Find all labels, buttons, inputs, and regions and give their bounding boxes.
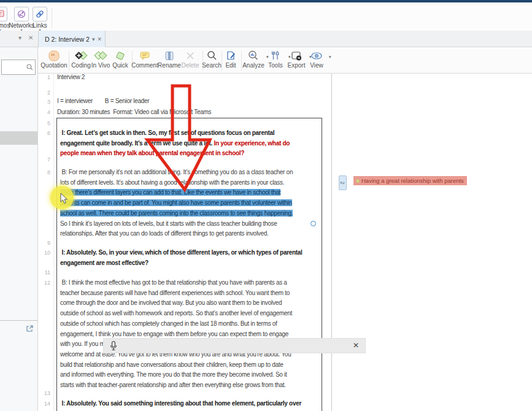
open-in-new-window-icon[interactable] [26,324,34,335]
line-number: 14 [38,401,50,407]
mouse-cursor-icon [60,193,70,204]
app-window: Memos ▾ Networks ▾ Links ▾ ▾ ✕ D 2: Inte… [0,0,532,411]
document-icon [42,35,42,43]
answer-text: So I think it’s layered on lots of level… [60,220,277,237]
search-icon [207,50,217,61]
red-arrow-annotation [141,80,218,196]
left-sidebar-panel [0,47,38,411]
line-number: 10 [38,250,50,256]
view-caret-icon[interactable]: ▾ [329,55,331,60]
tab-caret-icon[interactable]: ▾ [92,36,95,42]
line-number: 2 [38,90,50,96]
code-label-text: Having a great relationship with parents [361,177,464,184]
code-label[interactable]: Having a great relationship with parents [353,176,467,185]
search-icon [26,64,33,71]
comment-icon [139,50,150,61]
panel-caret-icon[interactable]: ▾ [18,34,21,41]
line-number: 6 [38,130,50,136]
top-toolbar: Memos ▾ Networks ▾ Links ▾ [0,2,532,31]
document-ribbon: ❛❛ Quotation Coding In Vivo Quick [38,47,532,74]
ribbon-label: Quick [112,62,128,69]
tools-icon [271,50,280,61]
quick-icon [115,50,126,61]
dictation-bar-close-icon[interactable]: ✕ [353,341,359,350]
document-title: Interview 2 [57,72,85,83]
paragraph-interviewer-q3[interactable]: I: Absolutely. You said something intere… [60,399,320,409]
tab-bar: ▾ ✕ D 2: Interview 2 ▾ ✕ [0,31,532,47]
networks-icon [14,7,29,21]
code-margin-divider [331,74,332,411]
ribbon-label: Edit [225,62,236,69]
line-number: 4 [38,109,50,115]
line-number: 3 [38,99,50,105]
analyze-icon [248,50,259,61]
ribbon-label: Tools [268,62,282,69]
line-number: 8 [38,169,50,175]
sidebar-selected-row[interactable] [0,131,37,145]
ribbon-label: Search [202,62,222,69]
export-icon [291,50,302,61]
toolbar-separator [52,9,52,28]
quotation-number: 2 [339,182,345,185]
coding-icon [75,50,88,61]
rename-icon [164,50,175,61]
tab-interview-2[interactable]: D 2: Interview 2 ▾ ✕ [38,31,106,47]
selection-end-handle[interactable] [310,221,316,226]
ribbon-label: View [310,62,323,69]
links-icon [33,7,47,21]
edit-icon [226,50,236,61]
view-button[interactable]: View ▾ [303,50,330,72]
line-number-column-divider [53,74,54,411]
delete-icon [185,50,195,61]
tab-title: D 2: Interview 2 [45,36,90,43]
line-number: 13 [38,390,50,396]
paragraph-interviewer-q2[interactable]: I: Absolutely. So, in your view, which o… [60,248,320,268]
speaker-key-line: I = interviewer B = Senior leader [57,96,149,107]
paragraph-respondent-a2[interactable]: B: I think the most effective has got to… [60,278,320,391]
line-number: 9 [38,240,50,246]
dictation-bar[interactable]: ✕ [103,338,366,353]
line-number: 12 [38,280,50,286]
quotation-icon: ❛❛ [48,50,60,61]
line-number: 5 [38,120,50,126]
edit-button[interactable]: Edit [220,50,242,72]
view-icon [310,50,323,61]
links-button[interactable]: Links ▾ [28,7,52,32]
microphone-icon[interactable] [109,340,118,351]
ribbon-label: Quotation [40,62,67,69]
line-number: 11 [38,269,50,275]
line-number: 7 [38,156,50,163]
in-vivo-icon [94,50,107,61]
sidebar-divider [0,320,37,321]
code-color-dot-icon [356,179,360,183]
sidebar-search-input[interactable] [1,60,36,75]
tab-close-icon[interactable]: ✕ [97,36,102,42]
line-number: 1 [38,74,50,80]
panel-close-icon[interactable]: ✕ [28,34,33,41]
svg-text:❛❛: ❛❛ [51,53,55,59]
quotation-number-badge[interactable]: 2 [339,175,347,190]
ribbon-label: Delete [182,62,199,69]
quotation-button[interactable]: ❛❛ Quotation [37,50,71,72]
